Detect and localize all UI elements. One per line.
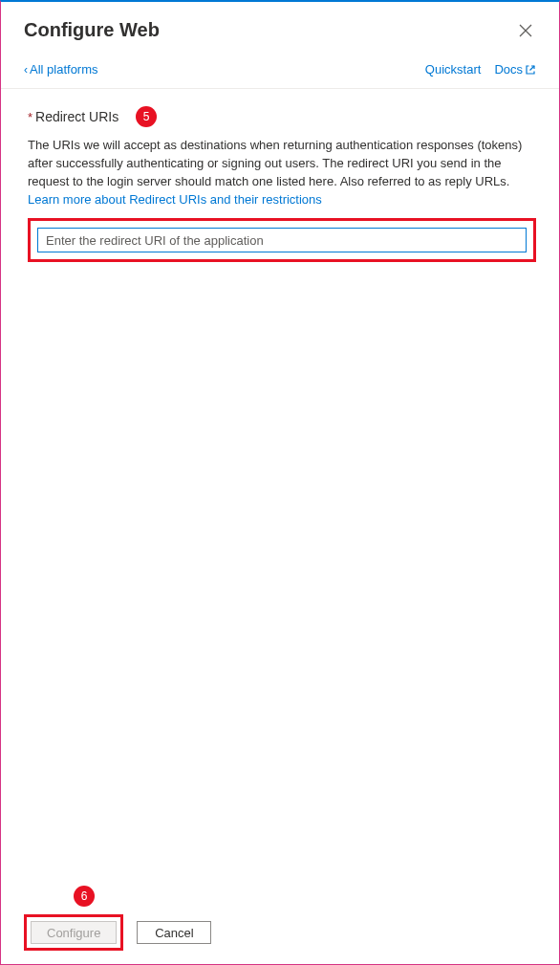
chevron-left-icon: ‹	[24, 63, 28, 77]
external-link-icon	[525, 64, 536, 76]
section-heading: * Redirect URIs 5	[28, 106, 536, 127]
back-all-platforms-link[interactable]: ‹ All platforms	[24, 62, 98, 77]
back-link-label: All platforms	[30, 62, 98, 77]
svg-line-2	[530, 66, 535, 71]
quickstart-label: Quickstart	[425, 62, 482, 77]
section-heading-text: Redirect URIs	[35, 109, 118, 124]
section-description-text: The URIs we will accept as destinations …	[28, 138, 522, 188]
docs-label: Docs	[494, 62, 523, 77]
callout-badge-6: 6	[74, 886, 95, 907]
learn-more-link[interactable]: Learn more about Redirect URIs and their…	[28, 192, 322, 207]
close-button[interactable]	[515, 20, 536, 41]
configure-button[interactable]: Configure	[31, 921, 117, 944]
quickstart-link[interactable]: Quickstart	[425, 62, 482, 77]
redirect-uri-input[interactable]	[37, 228, 527, 252]
cancel-button[interactable]: Cancel	[137, 921, 211, 944]
panel-title: Configure Web	[24, 19, 160, 41]
callout-badge-5: 5	[136, 106, 157, 127]
close-icon	[519, 24, 532, 37]
required-star-icon: *	[28, 110, 32, 124]
input-highlight-box	[28, 218, 536, 262]
section-description: The URIs we will accept as destinations …	[28, 137, 536, 208]
configure-highlight-box: Configure	[24, 914, 123, 951]
docs-link[interactable]: Docs	[494, 62, 536, 77]
